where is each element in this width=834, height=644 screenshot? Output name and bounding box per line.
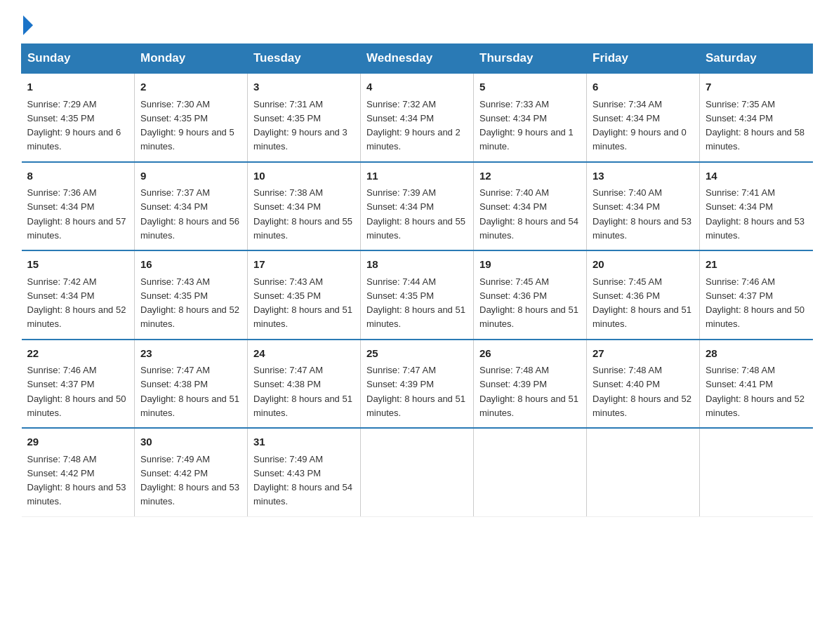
calendar-cell: 27Sunrise: 7:48 AMSunset: 4:40 PMDayligh… [587, 340, 700, 429]
day-info: Sunrise: 7:48 AMSunset: 4:39 PMDaylight:… [479, 365, 578, 418]
day-number: 11 [366, 168, 468, 185]
calendar-table: SundayMondayTuesdayWednesdayThursdayFrid… [21, 43, 813, 517]
calendar-cell: 13Sunrise: 7:40 AMSunset: 4:34 PMDayligh… [587, 162, 700, 251]
day-number: 4 [366, 79, 468, 95]
day-info: Sunrise: 7:45 AMSunset: 4:36 PMDaylight:… [593, 276, 691, 330]
day-info: Sunrise: 7:45 AMSunset: 4:36 PMDaylight:… [479, 276, 578, 330]
day-number: 20 [593, 257, 694, 273]
calendar-cell: 6Sunrise: 7:34 AMSunset: 4:34 PMDaylight… [587, 73, 700, 162]
calendar-week-row: 15Sunrise: 7:42 AMSunset: 4:34 PMDayligh… [22, 250, 813, 340]
day-number: 6 [593, 79, 694, 95]
calendar-cell: 8Sunrise: 7:36 AMSunset: 4:34 PMDaylight… [22, 162, 135, 251]
day-number: 12 [479, 168, 581, 185]
calendar-cell [361, 428, 474, 516]
weekday-header-tuesday: Tuesday [248, 44, 361, 74]
calendar-cell: 24Sunrise: 7:47 AMSunset: 4:38 PMDayligh… [248, 340, 361, 429]
calendar-cell: 2Sunrise: 7:30 AMSunset: 4:35 PMDaylight… [135, 73, 248, 162]
weekday-header-monday: Monday [135, 44, 248, 74]
calendar-cell: 1Sunrise: 7:29 AMSunset: 4:35 PMDaylight… [22, 73, 135, 162]
calendar-cell: 31Sunrise: 7:49 AMSunset: 4:43 PMDayligh… [248, 428, 361, 516]
day-number: 25 [366, 346, 468, 362]
day-number: 2 [140, 79, 241, 95]
day-number: 30 [140, 434, 241, 450]
day-info: Sunrise: 7:35 AMSunset: 4:34 PMDaylight:… [706, 99, 805, 152]
calendar-cell: 15Sunrise: 7:42 AMSunset: 4:34 PMDayligh… [22, 250, 135, 340]
weekday-header-friday: Friday [587, 44, 700, 74]
logo-triangle-icon [23, 15, 33, 35]
day-number: 15 [27, 257, 129, 273]
calendar-cell: 20Sunrise: 7:45 AMSunset: 4:36 PMDayligh… [587, 250, 700, 340]
day-info: Sunrise: 7:48 AMSunset: 4:41 PMDaylight:… [706, 365, 805, 418]
day-info: Sunrise: 7:30 AMSunset: 4:35 PMDaylight:… [140, 99, 234, 152]
day-info: Sunrise: 7:32 AMSunset: 4:34 PMDaylight:… [366, 99, 461, 152]
day-info: Sunrise: 7:48 AMSunset: 4:42 PMDaylight:… [27, 454, 126, 507]
page-header [21, 14, 813, 31]
calendar-cell [587, 428, 700, 516]
calendar-week-row: 22Sunrise: 7:46 AMSunset: 4:37 PMDayligh… [22, 340, 813, 429]
day-info: Sunrise: 7:31 AMSunset: 4:35 PMDaylight:… [253, 99, 348, 152]
day-info: Sunrise: 7:43 AMSunset: 4:35 PMDaylight:… [140, 276, 239, 330]
calendar-cell: 23Sunrise: 7:47 AMSunset: 4:38 PMDayligh… [135, 340, 248, 429]
day-info: Sunrise: 7:49 AMSunset: 4:43 PMDaylight:… [253, 454, 352, 507]
weekday-header-row: SundayMondayTuesdayWednesdayThursdayFrid… [22, 44, 813, 74]
day-number: 16 [140, 257, 241, 273]
day-info: Sunrise: 7:41 AMSunset: 4:34 PMDaylight:… [706, 187, 805, 241]
calendar-cell: 19Sunrise: 7:45 AMSunset: 4:36 PMDayligh… [474, 250, 587, 340]
weekday-header-thursday: Thursday [474, 44, 587, 74]
calendar-week-row: 8Sunrise: 7:36 AMSunset: 4:34 PMDaylight… [22, 162, 813, 251]
day-number: 21 [706, 257, 807, 273]
day-info: Sunrise: 7:47 AMSunset: 4:39 PMDaylight:… [366, 365, 465, 418]
day-number: 26 [479, 346, 581, 362]
calendar-cell: 10Sunrise: 7:38 AMSunset: 4:34 PMDayligh… [248, 162, 361, 251]
day-info: Sunrise: 7:44 AMSunset: 4:35 PMDaylight:… [366, 276, 465, 330]
calendar-cell: 25Sunrise: 7:47 AMSunset: 4:39 PMDayligh… [361, 340, 474, 429]
day-info: Sunrise: 7:29 AMSunset: 4:35 PMDaylight:… [27, 99, 121, 152]
day-number: 10 [253, 168, 355, 185]
day-info: Sunrise: 7:34 AMSunset: 4:34 PMDaylight:… [593, 99, 687, 152]
calendar-cell: 9Sunrise: 7:37 AMSunset: 4:34 PMDaylight… [135, 162, 248, 251]
day-info: Sunrise: 7:40 AMSunset: 4:34 PMDaylight:… [479, 187, 578, 241]
day-number: 22 [27, 346, 129, 362]
day-info: Sunrise: 7:48 AMSunset: 4:40 PMDaylight:… [593, 365, 691, 418]
day-number: 14 [706, 168, 807, 185]
day-info: Sunrise: 7:38 AMSunset: 4:34 PMDaylight:… [253, 187, 352, 241]
day-number: 27 [593, 346, 694, 362]
logo [21, 14, 33, 31]
day-number: 23 [140, 346, 241, 362]
calendar-cell [700, 428, 813, 516]
day-number: 28 [706, 346, 807, 362]
day-number: 3 [253, 79, 355, 95]
day-info: Sunrise: 7:47 AMSunset: 4:38 PMDaylight:… [253, 365, 352, 418]
calendar-cell: 17Sunrise: 7:43 AMSunset: 4:35 PMDayligh… [248, 250, 361, 340]
day-info: Sunrise: 7:43 AMSunset: 4:35 PMDaylight:… [253, 276, 352, 330]
day-number: 17 [253, 257, 355, 273]
calendar-cell: 29Sunrise: 7:48 AMSunset: 4:42 PMDayligh… [22, 428, 135, 516]
day-number: 29 [27, 434, 129, 450]
day-info: Sunrise: 7:37 AMSunset: 4:34 PMDaylight:… [140, 187, 239, 241]
day-number: 19 [479, 257, 581, 273]
calendar-cell: 12Sunrise: 7:40 AMSunset: 4:34 PMDayligh… [474, 162, 587, 251]
calendar-cell: 4Sunrise: 7:32 AMSunset: 4:34 PMDaylight… [361, 73, 474, 162]
day-info: Sunrise: 7:42 AMSunset: 4:34 PMDaylight:… [27, 276, 126, 330]
day-number: 9 [140, 168, 241, 185]
day-number: 1 [27, 79, 129, 95]
calendar-cell: 5Sunrise: 7:33 AMSunset: 4:34 PMDaylight… [474, 73, 587, 162]
calendar-cell: 7Sunrise: 7:35 AMSunset: 4:34 PMDaylight… [700, 73, 813, 162]
calendar-cell [474, 428, 587, 516]
calendar-cell: 26Sunrise: 7:48 AMSunset: 4:39 PMDayligh… [474, 340, 587, 429]
day-info: Sunrise: 7:49 AMSunset: 4:42 PMDaylight:… [140, 454, 239, 507]
calendar-week-row: 1Sunrise: 7:29 AMSunset: 4:35 PMDaylight… [22, 73, 813, 162]
calendar-week-row: 29Sunrise: 7:48 AMSunset: 4:42 PMDayligh… [22, 428, 813, 516]
calendar-cell: 22Sunrise: 7:46 AMSunset: 4:37 PMDayligh… [22, 340, 135, 429]
calendar-cell: 14Sunrise: 7:41 AMSunset: 4:34 PMDayligh… [700, 162, 813, 251]
calendar-cell: 30Sunrise: 7:49 AMSunset: 4:42 PMDayligh… [135, 428, 248, 516]
day-info: Sunrise: 7:40 AMSunset: 4:34 PMDaylight:… [593, 187, 691, 241]
calendar-cell: 18Sunrise: 7:44 AMSunset: 4:35 PMDayligh… [361, 250, 474, 340]
day-number: 13 [593, 168, 694, 185]
day-number: 5 [479, 79, 581, 95]
day-number: 24 [253, 346, 355, 362]
calendar-cell: 28Sunrise: 7:48 AMSunset: 4:41 PMDayligh… [700, 340, 813, 429]
calendar-cell: 16Sunrise: 7:43 AMSunset: 4:35 PMDayligh… [135, 250, 248, 340]
day-number: 7 [706, 79, 807, 95]
weekday-header-sunday: Sunday [22, 44, 135, 74]
